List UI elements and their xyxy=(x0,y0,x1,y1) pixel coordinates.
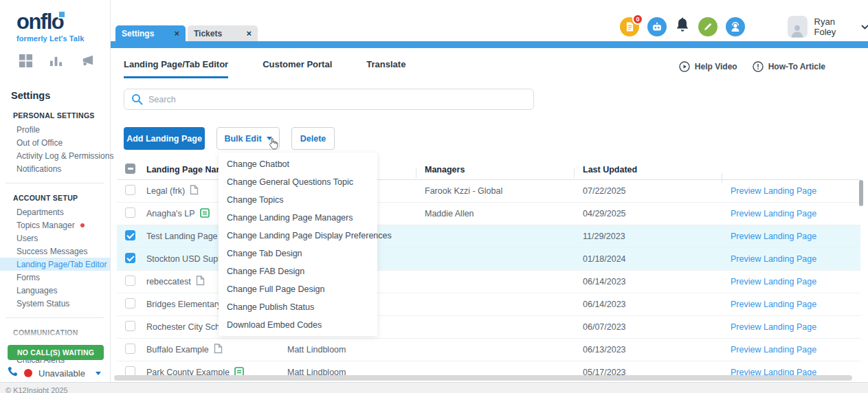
preview-landing-page-link[interactable]: Preview Landing Page xyxy=(731,254,816,264)
search-input[interactable] xyxy=(148,95,526,104)
preview-landing-page-link[interactable]: Preview Landing Page xyxy=(731,345,816,355)
vertical-scrollbar[interactable] xyxy=(859,180,863,206)
publish-status-icon xyxy=(190,185,199,197)
menu-item-change-landing-page-display-preferences[interactable]: Change Landing Page Display Preferences xyxy=(219,227,377,245)
section-communication: COMMUNICATION xyxy=(13,328,110,337)
close-icon[interactable]: × xyxy=(174,29,179,38)
tab-label: Settings xyxy=(122,29,154,38)
row-checkbox[interactable] xyxy=(125,185,135,195)
how-to-article-link[interactable]: How-To Article xyxy=(753,61,825,72)
sidebar-item-forms[interactable]: Forms xyxy=(0,271,110,284)
preview-landing-page-link[interactable]: Preview Landing Page xyxy=(731,232,816,241)
menu-item-change-fab-design[interactable]: Change FAB Design xyxy=(219,262,377,280)
row-checkbox[interactable] xyxy=(125,230,135,240)
apps-grid-icon[interactable] xyxy=(19,54,33,71)
row-checkbox[interactable] xyxy=(125,276,135,286)
tab-tickets[interactable]: Tickets × xyxy=(188,25,258,41)
play-circle-icon xyxy=(679,61,690,72)
menu-item-change-full-page-design[interactable]: Change Full Page Design xyxy=(219,280,377,298)
availability-control[interactable]: Unavailable xyxy=(7,366,107,380)
sidebar-item-users[interactable]: Users xyxy=(0,232,110,245)
last-updated-cell: 11/29/2023 xyxy=(574,232,722,241)
sidebar-item-departments[interactable]: Departments xyxy=(0,205,110,218)
brand-logo: onflo formerly Let's Talk xyxy=(0,0,110,43)
user-name: Ryan Foley xyxy=(814,16,855,37)
landing-page-name: Stockton USD Supt. xyxy=(146,254,223,264)
surveys-icon[interactable]: 0 xyxy=(620,17,639,36)
preview-landing-page-link[interactable]: Preview Landing Page xyxy=(731,209,816,218)
sidebar-item-system-status[interactable]: System Status xyxy=(0,297,110,310)
footer-band: © K12Insight 2025 xyxy=(0,382,868,393)
menu-item-change-landing-page-managers[interactable]: Change Landing Page Managers xyxy=(219,209,377,227)
add-landing-page-button[interactable]: Add Landing Page xyxy=(124,127,205,150)
row-checkbox[interactable] xyxy=(125,344,135,354)
content-tabs: Landing Page/Tab Editor Customer Portal … xyxy=(124,59,405,78)
avatar xyxy=(788,16,808,38)
horizontal-scrollbar[interactable] xyxy=(114,375,852,381)
megaphone-icon[interactable] xyxy=(79,54,95,71)
user-menu[interactable]: Ryan Foley xyxy=(788,16,868,38)
row-checkbox[interactable] xyxy=(125,253,135,263)
sidebar-item-out-of-office[interactable]: Out of Office xyxy=(0,136,110,149)
topbar-icons: 0 xyxy=(620,16,745,37)
table-row[interactable]: Buffalo Example Matt Lindbloom 06/13/202… xyxy=(117,339,860,361)
section-personal-settings: PERSONAL SETTINGS xyxy=(13,111,110,120)
status-unavailable-dot xyxy=(24,369,32,377)
chatbot-icon[interactable] xyxy=(647,17,667,36)
menu-item-change-chatbot[interactable]: Change Chatbot xyxy=(219,155,377,173)
menu-item-change-general-questions-topic[interactable]: Change General Questions Topic xyxy=(219,173,377,191)
logo-text: onflo xyxy=(16,10,63,34)
availability-label: Unavailable xyxy=(38,368,85,379)
sidebar-item-landing-page-tab-editor[interactable]: Landing Page/Tab Editor xyxy=(0,258,110,271)
bulk-edit-label: Bulk Edit xyxy=(224,134,261,144)
copyright: © K12Insight 2025 xyxy=(5,386,68,393)
publish-status-icon xyxy=(196,276,205,288)
last-updated-cell: 04/29/2025 xyxy=(574,209,722,218)
preview-landing-page-link[interactable]: Preview Landing Page xyxy=(731,322,816,332)
bulk-edit-menu: Change Chatbot Change General Questions … xyxy=(219,153,377,336)
chevron-down-icon[interactable] xyxy=(96,372,101,375)
menu-item-change-publish-status[interactable]: Change Publish Status xyxy=(219,298,377,316)
analytics-chart-icon[interactable] xyxy=(49,54,63,71)
compose-pencil-icon[interactable] xyxy=(698,17,717,36)
logo-tagline: formerly Let's Talk xyxy=(16,35,110,43)
landing-page-name: Buffalo Example xyxy=(146,345,209,355)
last-updated-cell: 01/18/2024 xyxy=(574,254,722,264)
sidebar-item-notifications[interactable]: Notifications xyxy=(0,162,110,175)
landing-page-name: Bridges Elementary xyxy=(146,300,221,309)
sidebar-item-profile[interactable]: Profile xyxy=(0,123,110,136)
menu-item-change-tab-design[interactable]: Change Tab Design xyxy=(219,245,377,262)
sidebar-item-success-messages[interactable]: Success Messages xyxy=(0,245,110,258)
preview-landing-page-link[interactable]: Preview Landing Page xyxy=(731,300,816,309)
notifications-bell-icon[interactable] xyxy=(675,17,690,36)
divider xyxy=(5,317,104,318)
support-agent-icon[interactable] xyxy=(726,17,745,36)
chevron-down-icon[interactable] xyxy=(861,25,868,30)
col-last-updated[interactable]: Last Updated xyxy=(574,165,722,175)
delete-button[interactable]: Delete xyxy=(291,127,335,150)
topbar: Settings × Tickets × 0 Ryan Foley xyxy=(111,0,868,48)
col-managers[interactable]: Managers xyxy=(416,165,574,175)
sidebar-item-languages[interactable]: Languages xyxy=(0,284,110,297)
tab-customer-portal[interactable]: Customer Portal xyxy=(263,59,332,78)
preview-landing-page-link[interactable]: Preview Landing Page xyxy=(731,277,816,287)
menu-item-change-topics[interactable]: Change Topics xyxy=(219,191,377,209)
close-icon[interactable]: × xyxy=(246,29,252,38)
select-all-checkbox[interactable] xyxy=(125,164,135,174)
help-video-link[interactable]: Help Video xyxy=(679,61,737,72)
row-checkbox[interactable] xyxy=(125,298,135,308)
tab-label: Tickets xyxy=(194,29,222,38)
preview-landing-page-link[interactable]: Preview Landing Page xyxy=(731,186,816,196)
tab-landing-page-tab-editor[interactable]: Landing Page/Tab Editor xyxy=(124,59,228,78)
managers-cell: Maddie Allen xyxy=(416,209,574,218)
sidebar-item-topics-manager[interactable]: Topics Manager xyxy=(0,218,110,232)
publish-status-icon xyxy=(200,208,210,220)
tab-settings[interactable]: Settings × xyxy=(115,25,186,41)
tab-translate[interactable]: Translate xyxy=(366,59,405,78)
menu-item-download-embed-codes[interactable]: Download Embed Codes xyxy=(219,316,377,334)
row-checkbox[interactable] xyxy=(125,321,135,331)
secondary-manager-cell: Matt Lindbloom xyxy=(285,345,416,355)
landing-page-name: rebeccatest xyxy=(146,277,191,287)
row-checkbox[interactable] xyxy=(125,207,135,218)
sidebar-item-activity-log[interactable]: Activity Log & Permissions xyxy=(0,149,110,162)
